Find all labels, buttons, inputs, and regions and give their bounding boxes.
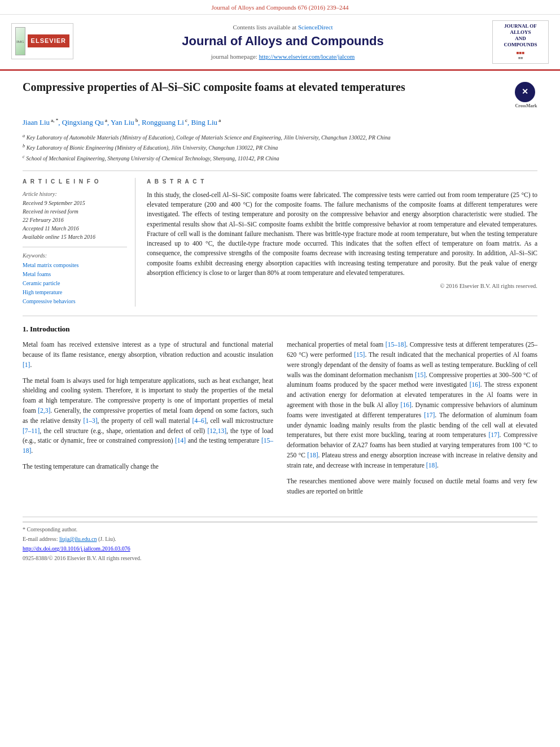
jac-logo-line2: ALLOYS (495, 29, 546, 36)
journal-homepage-link[interactable]: http://www.elsevier.com/locate/jalcom (259, 53, 355, 60)
cite-r-18a[interactable]: [18] (307, 452, 318, 458)
journal-reference-bar: Journal of Alloys and Compounds 676 (201… (0, 0, 560, 15)
crossmark-icon[interactable]: ✕ (515, 82, 535, 102)
cite-7-11[interactable]: [7–11] (23, 427, 40, 434)
article-info-col: A R T I C L E I N F O Article history: R… (23, 178, 135, 307)
keyword-2: Metal foams (23, 270, 127, 278)
contents-available-text: Contents lists available at ScienceDirec… (73, 23, 492, 32)
article-title-text: Compressive properties of Al–Si–SiC comp… (23, 80, 515, 94)
info-divider (23, 247, 127, 247)
sciencedirect-link[interactable]: ScienceDirect (298, 24, 333, 30)
author-5: Bing Liu (191, 119, 218, 127)
history-received: Received 9 September 2015 (23, 199, 127, 207)
introduction-heading: 1. Introduction (23, 324, 537, 334)
issn-line: 0925-8388/© 2016 Elsevier B.V. All right… (23, 554, 537, 562)
history-accepted: Accepted 11 March 2016 (23, 225, 127, 233)
crossmark-label: CrossMark (515, 103, 537, 109)
doi-link[interactable]: http://dx.doi.org/10.1016/j.jallcom.2016… (23, 545, 537, 553)
cite-r-16b[interactable]: [16] (401, 401, 412, 408)
history-revised-label: Received in revised form (23, 208, 127, 216)
introduction-left-col: Metal foam has received extensive intere… (23, 340, 273, 502)
elsevier-logo-area: IMG ELSEVIER (11, 23, 73, 62)
intro-para-1: Metal foam has received extensive intere… (23, 340, 273, 370)
affiliation-c: c School of Mechanical Engineering, Shen… (23, 154, 537, 163)
keyword-3: Ceramic particle (23, 279, 127, 287)
keywords-label: Keywords: (23, 252, 127, 260)
author-3: Yan Liu (111, 119, 134, 127)
affiliation-b: b Key Laboratory of Bionic Engineering (… (23, 143, 537, 152)
history-online: Available online 15 March 2016 (23, 233, 127, 241)
cite-12-13[interactable]: [12,13] (207, 427, 226, 434)
journal-homepage-line: journal homepage: http://www.elsevier.co… (73, 53, 492, 61)
cite-r-17a[interactable]: [17] (424, 412, 435, 418)
main-content: Compressive properties of Al–Si–SiC comp… (0, 71, 560, 511)
cite-r-18b[interactable]: [18] (426, 462, 437, 469)
cite-r-15a[interactable]: [15] (354, 351, 365, 358)
page-footer: * Corresponding author. E-mail address: … (23, 517, 537, 568)
footer-divider (23, 522, 537, 522)
author-email-link[interactable]: liuja@jlu.edu.cn (59, 536, 97, 542)
abstract-col: A B S T R A C T In this study, the close… (147, 178, 537, 307)
jac-logo-line1: JOURNAL OF (495, 23, 546, 29)
authors-line: Jiaan Liu a, *, Qingxiang Qu a, Yan Liu … (23, 117, 537, 128)
copyright-line: © 2016 Elsevier B.V. All rights reserved… (147, 282, 537, 291)
cite-r-15-18[interactable]: [15–18] (386, 341, 406, 348)
abstract-text: In this study, the closed-cell Al–Si–SiC… (147, 190, 537, 278)
article-info-heading: A R T I C L E I N F O (23, 178, 127, 186)
corresponding-author-note: * Corresponding author. (23, 526, 537, 534)
history-label: Article history: (23, 190, 127, 198)
cite-14[interactable]: [14] (175, 437, 186, 444)
crossmark-area[interactable]: ✕ CrossMark (515, 80, 537, 109)
journal-reference-text: Journal of Alloys and Compounds 676 (201… (212, 4, 349, 11)
introduction-right-col: mechanical properties of metal foam [15–… (287, 340, 537, 502)
keyword-1: Metal matrix composites (23, 261, 127, 269)
author-2: Qingxiang Qu (62, 119, 104, 127)
history-revised-date: 22 February 2016 (23, 216, 127, 224)
journal-center-info: Contents lists available at ScienceDirec… (73, 23, 492, 62)
keywords-section: Keywords: Metal matrix composites Metal … (23, 252, 127, 305)
elsevier-wordmark: ELSEVIER (28, 34, 69, 47)
abstract-heading: A B S T R A C T (147, 178, 537, 186)
intro-para-2: The metal foam is always used for high t… (23, 376, 273, 457)
keyword-5: Compressive behaviors (23, 298, 127, 305)
cite-1[interactable]: [1] (23, 361, 30, 368)
article-title-section: Compressive properties of Al–Si–SiC comp… (23, 80, 537, 109)
keyword-4: High temperature (23, 289, 127, 296)
author-4: Rongguang Li (142, 119, 184, 127)
affiliations-section: a Key Laboratory of Automobile Materials… (23, 133, 537, 163)
cite-4-6[interactable]: [4–6] (193, 417, 207, 424)
article-history-section: Article history: Received 9 September 20… (23, 190, 127, 241)
jac-logo-line4: COMPOUNDS (495, 42, 546, 48)
cite-r-16a[interactable]: [16] (470, 381, 480, 388)
article-info-abstract-section: A R T I C L E I N F O Article history: R… (23, 171, 537, 307)
cite-2-3[interactable]: [2,3] (38, 407, 50, 414)
introduction-two-col: Metal foam has received extensive intere… (23, 340, 537, 502)
jac-logo-line3: AND (495, 36, 546, 42)
author-1: Jiaan Liu (23, 119, 50, 127)
cite-1-3[interactable]: [1–3] (84, 417, 98, 424)
journal-logo-right: JOURNAL OF ALLOYS AND COMPOUNDS ■■■ ■■ (492, 20, 549, 64)
journal-header: IMG ELSEVIER Contents lists available at… (0, 15, 560, 71)
intro-para-right-2: The researches mentioned above were main… (287, 477, 537, 497)
cite-r-15b[interactable]: [15] (415, 372, 426, 378)
affiliation-a: a Key Laboratory of Automobile Materials… (23, 133, 537, 142)
cite-r-17b[interactable]: [17] (488, 431, 499, 438)
intro-para-right-1: mechanical properties of metal foam [15–… (287, 340, 537, 471)
journal-name-header: Journal of Alloys and Compounds (73, 33, 492, 50)
introduction-section: 1. Introduction Metal foam has received … (23, 316, 537, 502)
email-note: E-mail address: liuja@jlu.edu.cn (J. Liu… (23, 535, 537, 543)
intro-para-3: The testing temperature can dramatically… (23, 462, 273, 472)
cite-15-18[interactable]: [15–18] (23, 437, 273, 454)
